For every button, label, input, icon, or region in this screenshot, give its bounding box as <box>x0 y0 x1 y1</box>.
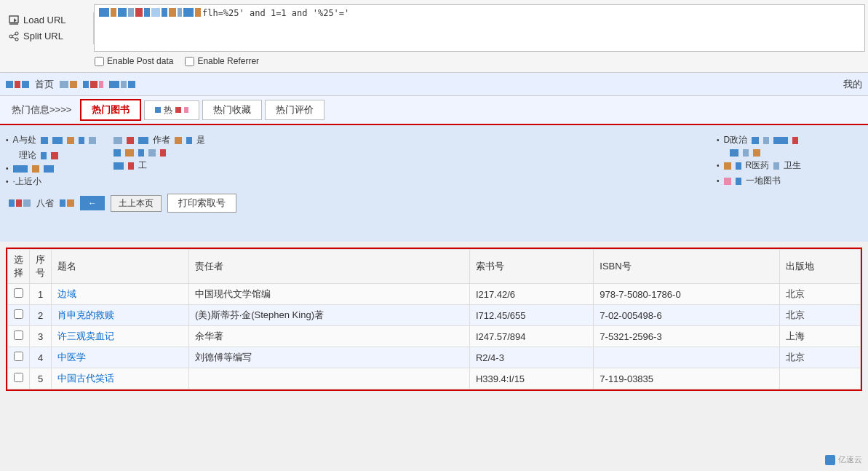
referrer-checkbox[interactable] <box>185 57 194 66</box>
title-link-5[interactable]: 中国古代笑话 <box>57 373 114 384</box>
url-pixel-9 <box>169 8 176 17</box>
pagination-row: 八省 ← 土上本页 打印索取号 <box>6 188 862 218</box>
row-title[interactable]: 许三观卖血记 <box>52 326 189 347</box>
svg-line-7 <box>12 37 15 39</box>
col-header-title: 题名 <box>52 250 189 284</box>
toolbar-url-row: Load URL Split URL <box>0 3 868 53</box>
cat-col-center: 作者 是 工 <box>114 134 699 188</box>
row-title[interactable]: 中国古代笑话 <box>52 368 189 389</box>
print-button[interactable]: 打印索取号 <box>167 194 236 213</box>
table-row: 1 边域 中国现代文学馆编 I217.42/6 978-7-5080-1786-… <box>8 284 861 305</box>
cat-col-right: • D政治 • R医药 卫生 • <box>717 134 862 188</box>
load-url-button[interactable]: Load URL <box>3 12 94 28</box>
table-row: 4 中医学 刘德傅等编写 R2/4-3 北京 <box>8 347 861 368</box>
title-link-4[interactable]: 中医学 <box>57 352 86 363</box>
nav-pixel-group-1 <box>6 81 29 88</box>
tab-hot-item2[interactable]: 热 <box>144 100 199 120</box>
cat-item-a: • A与处 <box>6 134 96 146</box>
results-table: 选择 序号 题名 责任者 索书号 ISBN号 出版地 1 边域 中国现代文学馆编… <box>7 249 861 389</box>
row-isbn: 7-02-005498-6 <box>594 305 779 326</box>
page-nav-pixels <box>9 199 31 207</box>
content-area: • A与处 理论 • • ·上近小 <box>0 125 868 242</box>
tab-bar: 热门信息>>>> 热门图书 热 热门收藏 热门评价 <box>0 96 868 125</box>
row-pubplace: 北京 <box>779 347 860 368</box>
row-checkbox-4[interactable] <box>14 352 23 361</box>
table-row: 5 中国古代笑话 H339.4:I/15 7-119-03835 <box>8 368 861 389</box>
svg-marker-2 <box>14 18 17 23</box>
col-header-select: 选择 <box>8 250 30 284</box>
row-checkbox-cell[interactable] <box>8 326 30 347</box>
svg-point-5 <box>15 38 18 41</box>
cat-item-map: • 一地图书 <box>717 175 862 187</box>
row-callnum: I217.42/6 <box>469 284 593 305</box>
row-callnum: I712.45/655 <box>469 305 593 326</box>
col-header-isbn: ISBN号 <box>594 250 779 284</box>
referrer-label[interactable]: Enable Referrer <box>185 56 259 66</box>
row-checkbox-3[interactable] <box>14 331 23 340</box>
load-url-icon <box>7 14 20 27</box>
nav-pixel-group-4 <box>109 81 135 88</box>
row-num: 2 <box>30 305 52 326</box>
row-callnum: I247.57/894 <box>469 326 593 347</box>
col-header-num: 序号 <box>30 250 52 284</box>
row-checkbox-2[interactable] <box>14 309 23 319</box>
row-isbn: 7-119-03835 <box>594 368 779 389</box>
row-num: 5 <box>30 368 52 389</box>
row-checkbox-cell[interactable] <box>8 347 30 368</box>
tab-hot-books[interactable]: 热门图书 <box>80 99 141 121</box>
col-header-callnum: 索书号 <box>469 250 593 284</box>
hot-info-label: 热门信息>>>> <box>6 102 77 118</box>
url-pixel-2 <box>111 8 116 17</box>
row-checkbox-1[interactable] <box>14 288 23 298</box>
svg-line-6 <box>12 34 15 36</box>
split-url-button[interactable]: Split URL <box>3 28 94 44</box>
table-row: 2 肖申克的救赎 (美)斯蒂芬·金(Stephen King)著 I712.45… <box>8 305 861 326</box>
row-isbn: 7-5321-2596-3 <box>594 326 779 347</box>
prev-page-button[interactable]: 土上本页 <box>111 195 162 212</box>
nav-left: 首页 <box>6 78 135 91</box>
center-row-1: 作者 是 <box>114 134 699 146</box>
cat-item-d: • D政治 <box>717 134 862 146</box>
page-label: 八省 <box>36 197 54 210</box>
col-header-pub: 出版地 <box>779 250 860 284</box>
row-author: 刘德傅等编写 <box>188 347 469 368</box>
page-prev[interactable]: ← <box>80 196 105 210</box>
row-num: 1 <box>30 284 52 305</box>
results-section: 选择 序号 题名 责任者 索书号 ISBN号 出版地 1 边域 中国现代文学馆编… <box>6 248 862 391</box>
tab-hot-collection[interactable]: 热门收藏 <box>202 100 262 120</box>
url-pixel-11 <box>183 8 194 17</box>
url-pixel-12 <box>195 8 201 17</box>
url-text-part: flh=%25' and 1=1 and '%25'=' <box>202 8 349 18</box>
row-author: 余华著 <box>188 326 469 347</box>
title-link-2[interactable]: 肖申克的救赎 <box>57 309 114 320</box>
row-isbn: 978-7-5080-1786-0 <box>594 284 779 305</box>
row-pubplace: 北京 <box>779 305 860 326</box>
row-checkbox-cell[interactable] <box>8 305 30 326</box>
row-num: 3 <box>30 326 52 347</box>
url-pixel-1 <box>99 8 109 17</box>
row-checkbox-cell[interactable] <box>8 368 30 389</box>
title-link-1[interactable]: 边域 <box>57 288 76 299</box>
row-checkbox-5[interactable] <box>14 373 23 382</box>
tab-hot-reviews[interactable]: 热门评价 <box>265 100 324 120</box>
categories-grid: • A与处 理论 • • ·上近小 <box>6 134 862 188</box>
table-row: 3 许三观卖血记 余华著 I247.57/894 7-5321-2596-3 上… <box>8 326 861 347</box>
row-title[interactable]: 肖申克的救赎 <box>52 305 189 326</box>
row-callnum: H339.4:I/15 <box>469 368 593 389</box>
title-link-3[interactable]: 许三观卖血记 <box>57 331 114 341</box>
load-url-label: Load URL <box>23 15 66 25</box>
row-checkbox-cell[interactable] <box>8 284 30 305</box>
my-link[interactable]: 我的 <box>843 78 862 91</box>
svg-point-3 <box>9 35 12 38</box>
nav-pixel-group-3 <box>83 81 103 88</box>
url-pixel-10 <box>178 8 182 17</box>
url-pixel-5 <box>135 8 143 17</box>
post-data-label[interactable]: Enable Post data <box>95 56 173 66</box>
row-title[interactable]: 中医学 <box>52 347 189 368</box>
row-title[interactable]: 边域 <box>52 284 189 305</box>
center-row-3: 工 <box>114 159 699 172</box>
url-pixel-4 <box>128 8 134 17</box>
cat-item-theory: 理论 <box>6 149 96 162</box>
post-data-checkbox[interactable] <box>95 57 104 66</box>
nav-text-1: 首页 <box>35 78 54 91</box>
